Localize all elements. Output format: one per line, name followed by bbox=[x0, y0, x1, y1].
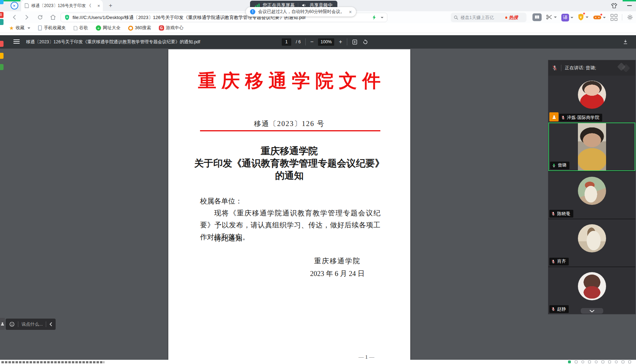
edge-app-icon[interactable] bbox=[0, 53, 4, 59]
document-number: 移通〔2023〕126 号 bbox=[168, 119, 410, 128]
reading-mode-icon[interactable] bbox=[532, 13, 542, 21]
home-button[interactable] bbox=[49, 14, 56, 21]
wallet-shield-icon[interactable]: ¥ bbox=[578, 13, 588, 21]
tab-close-icon[interactable]: × bbox=[97, 3, 100, 8]
participant-tile[interactable]: 淬炼·国际商学院 bbox=[548, 76, 635, 123]
bottom-status-strip bbox=[0, 360, 636, 364]
browser-logo-icon[interactable]: ✈ bbox=[11, 2, 18, 10]
document-signer: 重庆移通学院 bbox=[285, 256, 390, 266]
participant-nametag: 赵静 bbox=[549, 305, 569, 313]
participant-tile-active[interactable]: 曾璐 bbox=[548, 123, 635, 171]
zoom-in-button[interactable]: + bbox=[339, 39, 342, 45]
screenshot-scissors-icon[interactable] bbox=[546, 14, 557, 20]
g-badge-icon: G bbox=[159, 25, 164, 31]
tray-icon[interactable] bbox=[628, 360, 631, 363]
participant-video bbox=[578, 123, 606, 170]
pdf-page: 重庆移通学院文件 移通〔2023〕126 号 重庆移通学院 关于印发《通识教育教… bbox=[168, 49, 410, 364]
new-tab-button[interactable]: + bbox=[106, 1, 115, 10]
edge-app-icon[interactable] bbox=[0, 64, 4, 70]
fit-page-icon[interactable] bbox=[352, 39, 358, 45]
zoom-level-value[interactable]: 100% bbox=[318, 38, 334, 46]
apps-grid-icon[interactable] bbox=[611, 14, 617, 21]
mic-muted-icon bbox=[551, 307, 555, 311]
skin-icon[interactable] bbox=[611, 3, 618, 9]
participant-tile[interactable]: 肖齐 bbox=[548, 219, 635, 266]
phone-icon bbox=[38, 25, 42, 31]
role-badge-icon bbox=[549, 112, 559, 121]
page-number-input[interactable]: 1 bbox=[282, 38, 291, 46]
document-red-banner: 重庆移通学院文件 bbox=[168, 69, 410, 93]
tray-icon[interactable] bbox=[615, 360, 618, 363]
share-border-left bbox=[2, 0, 20, 1]
participant-nametag: 曾璐 bbox=[550, 162, 569, 169]
tray-icon[interactable] bbox=[622, 360, 624, 363]
bookmark-360-search[interactable]: 360搜索 bbox=[128, 25, 151, 31]
tray-icon[interactable] bbox=[575, 360, 578, 363]
pdf-toolbar: 移通〔2023〕126号关于印发《重庆移通学院通识教育教学管理专题会议纪要》的通… bbox=[0, 35, 636, 49]
avatar bbox=[578, 272, 606, 300]
participant-tile[interactable]: 赵静 bbox=[548, 266, 635, 314]
svg-text:¥: ¥ bbox=[580, 15, 582, 19]
pdf-viewport: 重庆移通学院文件 移通〔2023〕126 号 重庆移通学院 关于印发《通识教育教… bbox=[0, 49, 636, 360]
tray-icon[interactable] bbox=[581, 360, 584, 363]
document-salutation: 校属各单位： bbox=[200, 196, 242, 206]
bookmark-nav-site[interactable]: + 网址大全 bbox=[96, 25, 120, 31]
emoji-icon[interactable] bbox=[9, 321, 15, 327]
bookmark-google[interactable]: 谷歌 bbox=[74, 25, 88, 31]
edge-app-icon[interactable] bbox=[0, 19, 4, 25]
settings-sun-icon[interactable] bbox=[627, 14, 633, 20]
mic-muted-icon bbox=[561, 115, 565, 120]
search-box[interactable]: 热搜 bbox=[451, 13, 526, 22]
forward-button[interactable] bbox=[23, 14, 30, 21]
browser-tab[interactable]: 移通〔2023〕126号关于印发 《 × bbox=[21, 0, 103, 11]
mic-active-icon bbox=[552, 163, 556, 168]
edge-app-icon[interactable]: 得 bbox=[0, 12, 4, 18]
edge-app-icon[interactable] bbox=[0, 0, 4, 4]
search-icon bbox=[454, 15, 459, 20]
notification-close-icon[interactable]: × bbox=[349, 9, 352, 15]
participant-nametag: 陈晓曼 bbox=[549, 210, 573, 218]
tray-icon-row bbox=[568, 360, 631, 363]
translate-icon[interactable]: 译 bbox=[561, 14, 573, 21]
chat-input-pill[interactable]: 说点什么... bbox=[6, 319, 56, 330]
mic-muted-icon bbox=[551, 212, 555, 216]
document-icon bbox=[25, 3, 29, 8]
tray-icon[interactable] bbox=[568, 360, 571, 363]
chat-placeholder[interactable]: 说点什么... bbox=[21, 321, 43, 327]
document-closing: 特此通知 bbox=[214, 234, 242, 243]
mic-muted-icon bbox=[552, 65, 557, 71]
tray-icon[interactable] bbox=[595, 360, 598, 363]
back-button[interactable] bbox=[11, 14, 18, 21]
bookmark-mobile-favorites[interactable]: 手机收藏夹 bbox=[38, 25, 66, 31]
panel-collapse-button[interactable] bbox=[581, 308, 603, 314]
document-date: 2023 年 6 月 24 日 bbox=[285, 269, 390, 278]
urlbar-dropdown-icon[interactable] bbox=[381, 17, 384, 18]
search-input[interactable] bbox=[461, 15, 502, 20]
member-chip-icon[interactable] bbox=[0, 318, 5, 330]
meeting-notification: ! 会议已超过2人，自动转为60分钟限时会议。 × bbox=[246, 7, 356, 17]
lightning-icon[interactable] bbox=[372, 15, 376, 20]
bookmark-favorites[interactable]: ★ 收藏 bbox=[9, 25, 30, 31]
tray-icon[interactable] bbox=[588, 360, 591, 363]
bookmark-game-center[interactable]: G 游戏中心 bbox=[159, 25, 183, 31]
page-total-label: / 6 bbox=[296, 39, 301, 44]
tray-icon[interactable] bbox=[601, 360, 604, 363]
pdf-menu-icon[interactable] bbox=[13, 39, 20, 44]
chevron-left-icon[interactable] bbox=[49, 322, 52, 326]
star-icon: ★ bbox=[9, 25, 14, 31]
zoom-out-button[interactable]: − bbox=[310, 39, 313, 45]
game-center-icon[interactable] bbox=[593, 14, 606, 20]
chevron-down-icon bbox=[590, 310, 594, 312]
download-icon[interactable] bbox=[623, 39, 628, 45]
refresh-button[interactable] bbox=[37, 14, 44, 21]
rotate-icon[interactable] bbox=[362, 39, 368, 45]
edge-app-icon[interactable] bbox=[0, 41, 4, 47]
participant-nametag: 肖齐 bbox=[549, 258, 569, 265]
document-title: 重庆移通学院 关于印发《通识教育教学管理专题会议纪要》 的通知 bbox=[168, 145, 410, 182]
hot-search-badge[interactable]: 热搜 bbox=[504, 14, 518, 21]
meeting-app-logo bbox=[618, 64, 632, 72]
plus-circle-icon: + bbox=[96, 25, 101, 31]
tray-icon[interactable] bbox=[608, 360, 611, 363]
participant-tile[interactable]: 陈晓曼 bbox=[548, 171, 635, 219]
minimize-button[interactable] bbox=[627, 5, 632, 6]
